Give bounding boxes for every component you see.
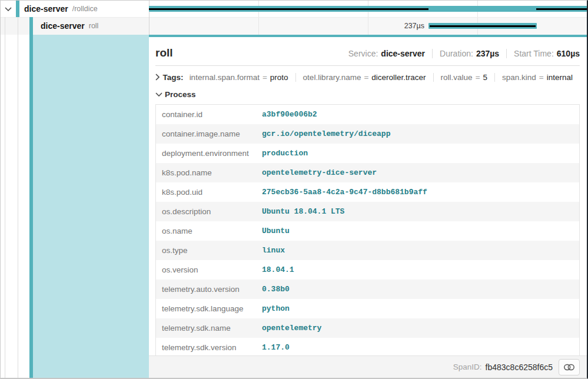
tag-item: span.kind = internal xyxy=(495,73,580,82)
process-value: python xyxy=(262,304,290,313)
tags-section-label: Tags: xyxy=(163,73,184,82)
table-row: os.type linux xyxy=(156,241,579,260)
critical-path-segment xyxy=(536,8,587,10)
stat-label: Start Time: xyxy=(514,49,554,58)
deep-link-button[interactable] xyxy=(559,359,580,375)
critical-path-segment xyxy=(149,8,428,10)
span-duration-label: 237µs xyxy=(354,17,424,35)
process-key: deployment.environment xyxy=(156,149,262,158)
span-detail-panel: roll Service: dice-server Duration: 237µ… xyxy=(149,35,587,378)
trace-timeline-view: dice-server /rolldice dice-server roll 2… xyxy=(0,0,588,379)
tag-item: internal.span.format = proto xyxy=(188,73,296,82)
process-key: k8s.pod.name xyxy=(156,168,262,177)
process-key: telemetry.sdk.version xyxy=(156,343,262,352)
span-detail-header: roll Service: dice-server Duration: 237µ… xyxy=(155,46,580,59)
tag-key: internal.span.format xyxy=(190,73,260,82)
tag-item: otel.library.name = diceroller.tracer xyxy=(296,73,434,82)
tag-key: otel.library.name xyxy=(303,73,361,82)
overview-stat: Service: dice-server xyxy=(348,49,425,58)
tag-equals: = xyxy=(263,73,267,82)
tag-value: internal xyxy=(547,73,573,82)
operation-name: roll xyxy=(89,22,99,30)
tag-equals: = xyxy=(476,73,480,82)
tag-value: diceroller.tracer xyxy=(371,73,426,82)
tags-accordion[interactable]: Tags: internal.span.format = proto otel.… xyxy=(155,71,580,83)
process-key: os.name xyxy=(156,227,262,235)
table-row: os.name Ubuntu xyxy=(156,221,579,241)
process-value: opentelemetry xyxy=(262,324,321,333)
table-row: telemetry.sdk.version 1.17.0 xyxy=(156,338,579,355)
process-key: container.image.name xyxy=(156,129,262,138)
process-key: telemetry.sdk.name xyxy=(156,324,262,333)
indent-guide xyxy=(18,17,18,378)
span-title: roll xyxy=(155,46,348,59)
service-color-chip xyxy=(16,1,19,17)
parent-span-bar[interactable] xyxy=(149,6,587,12)
process-value: 18.04.1 xyxy=(262,265,294,274)
process-key: k8s.pod.uid xyxy=(156,188,262,197)
spanid-value: fb483c8c6258f6c5 xyxy=(486,363,553,372)
process-value: opentelemetry-dice-server xyxy=(262,168,377,177)
operation-name: /rolldice xyxy=(72,5,98,13)
process-key: telemetry.auto.version xyxy=(156,285,262,294)
indent-guide xyxy=(5,17,5,378)
process-value: linux xyxy=(262,246,285,255)
process-key: os.version xyxy=(156,265,262,274)
stat-value: dice-server xyxy=(381,49,425,58)
tag-item: roll.value = 5 xyxy=(434,73,495,82)
tag-equals: = xyxy=(539,73,544,82)
table-row: container.image.name gcr.io/opentelemetr… xyxy=(156,124,579,144)
process-value: a3bf90e006b2 xyxy=(262,110,317,119)
table-row: os.description Ubuntu 18.04.1 LTS xyxy=(156,202,579,221)
process-key: os.description xyxy=(156,207,262,216)
table-row: k8s.pod.name opentelemetry-dice-server xyxy=(156,163,579,182)
process-value: 275ecb36-5aa8-4c2a-9c47-d8bb681b9aff xyxy=(262,188,427,197)
process-kv-table: container.id a3bf90e006b2 container.imag… xyxy=(155,104,580,355)
span-overview-stats: Service: dice-server Duration: 237µs Sta… xyxy=(348,49,580,58)
chevron-right-icon[interactable] xyxy=(155,74,163,81)
stat-value: 237µs xyxy=(476,49,499,58)
stat-value: 610µs xyxy=(557,49,580,58)
critical-path-segment xyxy=(430,25,536,27)
process-section-label: Process xyxy=(165,90,196,99)
spanid-label: SpanID: xyxy=(453,363,482,371)
table-row: os.version 18.04.1 xyxy=(156,260,579,280)
service-name: dice-server xyxy=(24,4,68,14)
tag-key: roll.value xyxy=(441,73,473,82)
chevron-down-icon[interactable] xyxy=(5,7,12,11)
stat-label: Service: xyxy=(348,49,378,58)
table-row: telemetry.sdk.name opentelemetry xyxy=(156,318,579,338)
table-row: telemetry.auto.version 0.38b0 xyxy=(156,280,579,299)
table-row: telemetry.sdk.language python xyxy=(156,299,579,318)
process-key: telemetry.sdk.language xyxy=(156,304,262,313)
tag-value: proto xyxy=(270,73,288,82)
span-row-parent[interactable]: dice-server /rolldice xyxy=(1,1,149,17)
process-key: os.type xyxy=(156,246,262,255)
process-value: 1.17.0 xyxy=(262,343,290,352)
span-detail-footer: SpanID: fb483c8c6258f6c5 xyxy=(149,355,587,378)
tag-list: internal.span.format = proto otel.librar… xyxy=(188,73,580,82)
tag-equals: = xyxy=(364,73,368,82)
table-row: k8s.pod.uid 275ecb36-5aa8-4c2a-9c47-d8bb… xyxy=(156,182,579,202)
process-value: Ubuntu 18.04.1 LTS xyxy=(262,207,344,216)
header-divider xyxy=(155,65,580,66)
process-value: gcr.io/opentelemetry/diceapp xyxy=(262,129,390,138)
overview-stat: Duration: 237µs xyxy=(432,49,499,58)
chevron-down-icon[interactable] xyxy=(155,92,165,97)
span-row-child[interactable]: dice-server roll xyxy=(36,17,98,35)
span-detail-row-highlight xyxy=(33,35,149,378)
process-key: container.id xyxy=(156,110,262,119)
table-row: deployment.environment production xyxy=(156,144,579,163)
table-row: container.id a3bf90e006b2 xyxy=(156,105,579,124)
service-name: dice-server xyxy=(41,21,85,31)
child-span-bar[interactable] xyxy=(428,23,537,29)
tag-key: span.kind xyxy=(502,73,536,82)
process-value: Ubuntu xyxy=(262,227,290,235)
process-value: 0.38b0 xyxy=(262,285,290,294)
link-icon xyxy=(564,363,574,371)
tag-value: 5 xyxy=(483,73,488,82)
process-value: production xyxy=(262,149,308,158)
span-detail-body: roll Service: dice-server Duration: 237µ… xyxy=(149,37,587,355)
process-accordion[interactable]: Process xyxy=(155,88,580,100)
overview-stat: Start Time: 610µs xyxy=(506,49,580,58)
